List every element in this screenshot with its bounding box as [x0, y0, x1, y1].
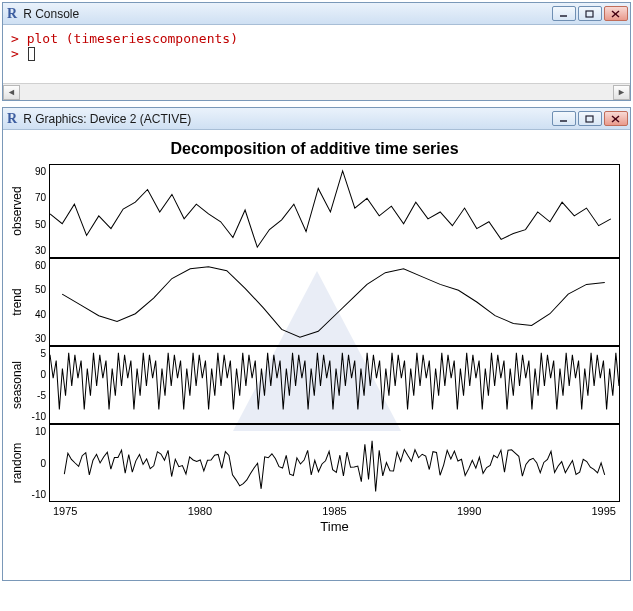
plot-random — [49, 424, 620, 502]
horizontal-scrollbar[interactable]: ◄ ► — [3, 83, 630, 100]
ylabel-trend: trend — [10, 288, 24, 315]
r-logo-icon: R — [7, 6, 17, 22]
scroll-track[interactable] — [20, 85, 613, 100]
ylabel-seasonal: seasonal — [10, 361, 24, 409]
decomposition-panels: observed 90 70 50 30 trend 60 — [9, 164, 620, 534]
r-graphics-body: Decomposition of additive time series ob… — [3, 130, 630, 580]
svg-rect-5 — [586, 116, 593, 122]
yticks-observed: 90 70 50 30 — [25, 164, 49, 258]
maximize-button[interactable] — [578, 111, 602, 126]
xlabel: Time — [49, 519, 620, 534]
plot-observed — [49, 164, 620, 258]
close-button[interactable] — [604, 111, 628, 126]
plot-seasonal — [49, 346, 620, 424]
r-console-title: R Console — [23, 7, 552, 21]
r-graphics-titlebar[interactable]: R R Graphics: Device 2 (ACTIVE) — [3, 108, 630, 130]
ylabel-observed: observed — [10, 186, 24, 235]
r-console-titlebar[interactable]: R R Console — [3, 3, 630, 25]
yticks-trend: 60 50 40 30 — [25, 258, 49, 346]
ylabel-random: random — [10, 443, 24, 484]
panel-trend: trend 60 50 40 30 — [9, 258, 620, 346]
svg-rect-1 — [586, 11, 593, 17]
maximize-button[interactable] — [578, 6, 602, 21]
chart-title: Decomposition of additive time series — [9, 140, 620, 158]
yticks-seasonal: 5 0 -5 -10 — [25, 346, 49, 424]
xticks: 1975 1980 1985 1990 1995 — [49, 502, 620, 517]
panel-random: random 10 0 -10 — [9, 424, 620, 502]
r-graphics-window: R R Graphics: Device 2 (ACTIVE) Decompos… — [2, 107, 631, 581]
scroll-right-button[interactable]: ► — [613, 85, 630, 100]
console-prompt: > — [11, 46, 27, 61]
xaxis: 1975 1980 1985 1990 1995 Time — [9, 502, 620, 534]
panel-observed: observed 90 70 50 30 — [9, 164, 620, 258]
r-logo-icon: R — [7, 111, 17, 127]
r-console-window: R R Console > plot (timeseriescomponents… — [2, 2, 631, 101]
yticks-random: 10 0 -10 — [25, 424, 49, 502]
close-button[interactable] — [604, 6, 628, 21]
scroll-left-button[interactable]: ◄ — [3, 85, 20, 100]
console-line: > plot (timeseriescomponents) — [11, 31, 238, 46]
text-cursor-icon — [28, 47, 35, 61]
r-console-body[interactable]: > plot (timeseriescomponents) > — [3, 25, 630, 83]
plot-trend — [49, 258, 620, 346]
r-graphics-title: R Graphics: Device 2 (ACTIVE) — [23, 112, 552, 126]
minimize-button[interactable] — [552, 111, 576, 126]
panel-seasonal: seasonal 5 0 -5 -10 — [9, 346, 620, 424]
minimize-button[interactable] — [552, 6, 576, 21]
